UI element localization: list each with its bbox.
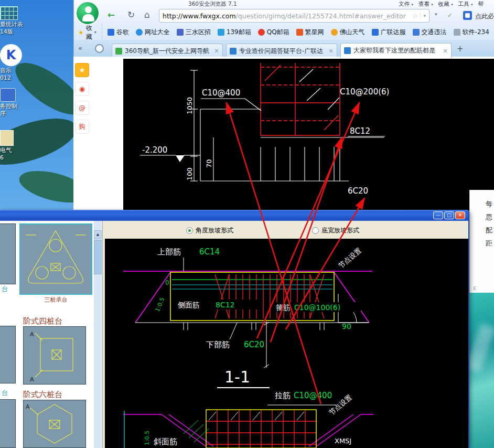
address-bar[interactable]: http://www.fwxgx.com /question/gimq/deta… <box>159 9 429 23</box>
desktop-icon-electric[interactable]: 电气 6 <box>0 130 37 162</box>
tab-label: 360导航_新一代安全上网导航 <box>125 47 211 56</box>
bookmark-star-icon[interactable]: ☆ <box>412 12 418 20</box>
dialog-titlebar[interactable]: — □ ✕ <box>0 210 468 221</box>
bookmark-sanshui[interactable]: 三水区招 <box>177 28 211 37</box>
template-thumb-partial[interactable] <box>0 223 16 284</box>
radio-bottom-width-slope[interactable]: 底宽放坡形式 <box>312 226 359 235</box>
three-pile-diagram <box>20 225 91 294</box>
browser-title: 360安全浏览器 7.1 <box>188 1 237 8</box>
tab-favicon <box>230 48 237 55</box>
bookmark-fanxing[interactable]: 繁星网 <box>296 28 324 37</box>
template-thumb-six-pile[interactable]: A <box>23 400 86 448</box>
promo-text[interactable]: 点此必 <box>475 12 494 21</box>
bookmark-qqmail[interactable]: QQ邮箱 <box>258 28 289 37</box>
menu-tools[interactable]: 工具 ▾ <box>458 1 473 8</box>
template-thumb-four-pile[interactable]: A A <box>23 326 86 385</box>
scrollbar-up-icon[interactable]: ▲ <box>94 230 102 239</box>
maximize-button[interactable]: □ <box>444 211 454 219</box>
url-dropdown-button[interactable]: ▾ <box>435 12 437 17</box>
six-pile-diagram: A <box>24 400 85 447</box>
site-icon <box>177 29 184 36</box>
caret-down-icon: ▾ <box>431 3 433 7</box>
elevation-label: -2.200 <box>142 145 167 155</box>
bookmark-sites[interactable]: 网址大全 <box>136 28 170 37</box>
close-button[interactable]: ✕ <box>455 211 465 219</box>
section-mark: A <box>30 376 34 383</box>
template-thumb-partial[interactable] <box>0 399 16 448</box>
tab-close-icon[interactable]: × <box>443 47 448 55</box>
desktop-icon-stats[interactable]: 量统计表 14版 <box>0 6 37 36</box>
tabs-scroll-left-button[interactable]: « <box>78 44 82 52</box>
minimize-button[interactable]: — <box>433 211 443 219</box>
sun-icon <box>331 29 338 36</box>
tab-rebar-question[interactable]: 大家帮我看下这里的配筋都是 × <box>340 43 452 58</box>
tie-rebar-value: C10@400 <box>294 391 332 400</box>
desktop-icon-label: 序 <box>0 110 37 118</box>
bookmark-traffic[interactable]: 交通违法 <box>413 28 447 37</box>
table-icon <box>0 6 18 20</box>
page-glyph: ε <box>473 284 477 292</box>
menu-help[interactable]: 帮 <box>478 1 484 8</box>
speed-dial-button[interactable] <box>95 44 104 53</box>
template-caption-partial: 台 <box>2 389 8 398</box>
favorite-tool-icon[interactable]: ★ <box>75 63 89 77</box>
shopping-icon[interactable]: 购 <box>75 120 89 134</box>
slope-ratio-label: 1:0.5 <box>154 296 166 313</box>
check-icon[interactable]: ✓ <box>447 12 453 19</box>
scrollbar-thumb[interactable] <box>94 240 102 274</box>
address-dropdown-icon[interactable]: ▾ <box>420 13 426 18</box>
tab-close-icon[interactable]: × <box>214 47 219 55</box>
template-list-panel: 台 台 三桩承台 阶式四桩台 <box>0 221 103 448</box>
favorites-button[interactable]: ★ 收藏 ▾ <box>78 24 102 41</box>
template-thumb-three-pile[interactable] <box>19 223 92 295</box>
section-mark: A <box>26 403 30 410</box>
template-scrollbar[interactable]: ▲ <box>94 221 102 448</box>
star-icon: ★ <box>78 29 84 36</box>
tab-favicon <box>115 48 122 55</box>
app-icon <box>454 29 460 36</box>
new-tab-button[interactable]: + <box>457 44 464 54</box>
page-text-char: 配 <box>486 226 492 235</box>
url-path: /question/gimq/detail/1255724.html#answe… <box>236 12 410 20</box>
bookmark-software[interactable]: 软件-234 <box>454 28 489 37</box>
site-icon <box>372 29 379 36</box>
side-rebar-label: 侧面筋 <box>178 301 200 309</box>
weibo-icon[interactable]: ◉ <box>75 82 89 96</box>
desktop-icon-music[interactable]: K 音乐 012 <box>0 44 37 82</box>
side-rebar-value: 8C12 <box>216 301 235 309</box>
radio-label: 底宽放坡形式 <box>321 226 359 235</box>
menu-fav[interactable]: 收藏 ▾ <box>438 1 453 8</box>
page-side-toolbar: ★ ◉ @ 购 <box>75 63 91 134</box>
browser-titlebar: 360安全浏览器 7.1 文件 ▾ 查看 ▾ 收藏 ▾ 工具 ▾ 帮 <box>74 0 494 7</box>
radio-angle-slope[interactable]: 角度放坡形式 <box>186 226 233 235</box>
google-icon <box>108 29 114 36</box>
promo-badge-icon[interactable] <box>463 11 472 20</box>
tab-360-nav[interactable]: 360导航_新一代安全上网导航 × <box>112 44 223 58</box>
slope-rebar-label: 斜面筋 <box>154 437 177 446</box>
desktop-icon-service[interactable]: 务控制 序 <box>0 88 37 118</box>
desktop-icon-label: 电气 <box>0 147 37 154</box>
radio-unselected-icon <box>312 227 319 234</box>
bookmark-139mail[interactable]: 139邮箱 <box>218 28 251 37</box>
slope-ratio-label: 1:0.5 <box>144 431 151 445</box>
template-thumb-partial[interactable] <box>0 326 16 383</box>
top-rebar-value: 6C14 <box>199 247 220 257</box>
mail-at-icon[interactable]: @ <box>75 101 89 115</box>
home-button[interactable]: ⌂ <box>144 9 150 20</box>
slope-settings-dialog: — □ ✕ 角度放坡形式 底宽放坡形式 台 台 <box>0 210 469 448</box>
refresh-button[interactable]: ↻ <box>127 9 135 20</box>
tie-rebar-label: 拉筋 <box>275 391 291 400</box>
menu-view[interactable]: 查看 ▾ <box>418 1 433 8</box>
bookmark-google[interactable]: 谷歌 <box>108 28 129 37</box>
desktop-icon-label: 务控制 <box>0 103 37 110</box>
tab-close-icon[interactable]: × <box>328 47 334 55</box>
bookmark-weather[interactable]: 佛山天气 <box>331 28 365 37</box>
favorites-label: 收藏 <box>86 24 92 41</box>
back-button[interactable]: ← <box>108 9 115 20</box>
bookmark-glodon[interactable]: 广联达服 <box>372 28 406 37</box>
menu-file[interactable]: 文件 ▾ <box>399 1 413 8</box>
desktop-icon-label: 量统计表 <box>0 21 37 28</box>
tab-glodon-qa[interactable]: 专业造价问题答疑平台-广联达 × <box>226 44 337 58</box>
four-pile-diagram: A A <box>24 327 85 384</box>
badge-icon <box>413 29 420 36</box>
